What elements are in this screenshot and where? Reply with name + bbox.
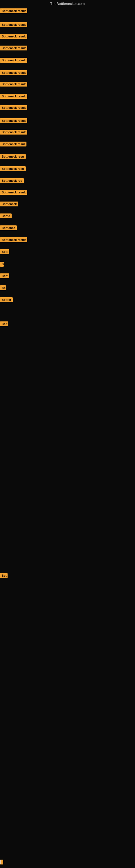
bottleneck-entry: Bott — [0, 249, 9, 255]
bottleneck-label: Bottleneck result — [0, 22, 27, 27]
bottleneck-entry: Bottleneck result — [0, 34, 27, 40]
bottleneck-label: Bottleneck — [0, 202, 18, 207]
bottleneck-label: Bottleneck resul — [0, 142, 27, 147]
bottleneck-label: Bolt — [0, 321, 8, 326]
bottleneck-label: Bottleneck result — [0, 34, 27, 39]
bottleneck-entry: Bottleneck — [0, 202, 18, 208]
bottleneck-entry: Bottle — [0, 214, 12, 219]
bottleneck-entry: Bottleneck result — [0, 82, 27, 88]
bottleneck-label: Bottleneck result — [0, 70, 27, 75]
bottleneck-entry: Bo — [0, 285, 6, 291]
bottleneck-label: Bot — [0, 573, 8, 578]
bottleneck-label: Bottleneck result — [0, 118, 27, 123]
bottleneck-label: Bottleneck result — [0, 237, 27, 242]
bottleneck-entry: Bot — [0, 573, 8, 579]
bottleneck-entry: Bottleneck result — [0, 118, 27, 124]
bottleneck-entry: Bott — [0, 273, 9, 279]
bottleneck-label: Bottlenec — [0, 225, 17, 230]
bottleneck-label: Bottleneck resu — [0, 154, 26, 159]
bottleneck-label: Bott — [0, 249, 9, 254]
bottleneck-entry: Bottleneck result — [0, 22, 27, 28]
bottleneck-entry: Bottleneck result — [0, 8, 27, 14]
bottleneck-entry: Bottleneck result — [0, 190, 27, 196]
bottleneck-entry: B — [0, 262, 4, 268]
bottleneck-label: Bottleneck result — [0, 130, 27, 134]
bottleneck-entry: Bottleneck result — [0, 237, 27, 243]
bottleneck-label: Bottleneck result — [0, 94, 27, 99]
bottleneck-label: Bottleneck result — [0, 8, 27, 13]
bottleneck-entry: Bottleneck resu — [0, 154, 26, 160]
bottleneck-label: Bottleneck result — [0, 45, 27, 51]
bottleneck-entry: Bottler — [0, 297, 13, 303]
site-title: TheBottlenecker.com — [0, 0, 135, 7]
bottleneck-entry: Bottleneck result — [0, 70, 27, 76]
bottleneck-entry: Bottleneck result — [0, 105, 27, 111]
bottleneck-entry: Bottlenec — [0, 225, 17, 231]
bottleneck-entry: Bolt — [0, 321, 8, 328]
bottleneck-label: Bottleneck resu — [0, 166, 26, 171]
bottleneck-label: B — [0, 262, 4, 267]
bottleneck-entry: Bottleneck resu — [0, 166, 26, 172]
bottleneck-label: Bottleneck result — [0, 190, 27, 195]
bottleneck-label: Bo — [0, 285, 6, 290]
bottleneck-label: Bottleneck result — [0, 82, 27, 87]
bottleneck-label: Bottle — [0, 214, 12, 218]
bottleneck-label: Bottler — [0, 297, 13, 302]
bottleneck-label: Bottleneck res — [0, 178, 24, 183]
bottleneck-entry: Bottleneck res — [0, 178, 24, 184]
bottleneck-entry: Bottleneck result — [0, 58, 27, 64]
bottleneck-entry: Bottleneck result — [0, 130, 27, 135]
bottleneck-label: Bott — [0, 273, 9, 278]
bottleneck-label: Bottleneck result — [0, 58, 27, 63]
bottleneck-label: Bottleneck result — [0, 105, 27, 110]
bottleneck-entry: Bottleneck resul — [0, 142, 27, 148]
bottleneck-entry: Bottleneck result — [0, 94, 27, 100]
bottleneck-entry: Bottleneck result — [0, 45, 27, 52]
